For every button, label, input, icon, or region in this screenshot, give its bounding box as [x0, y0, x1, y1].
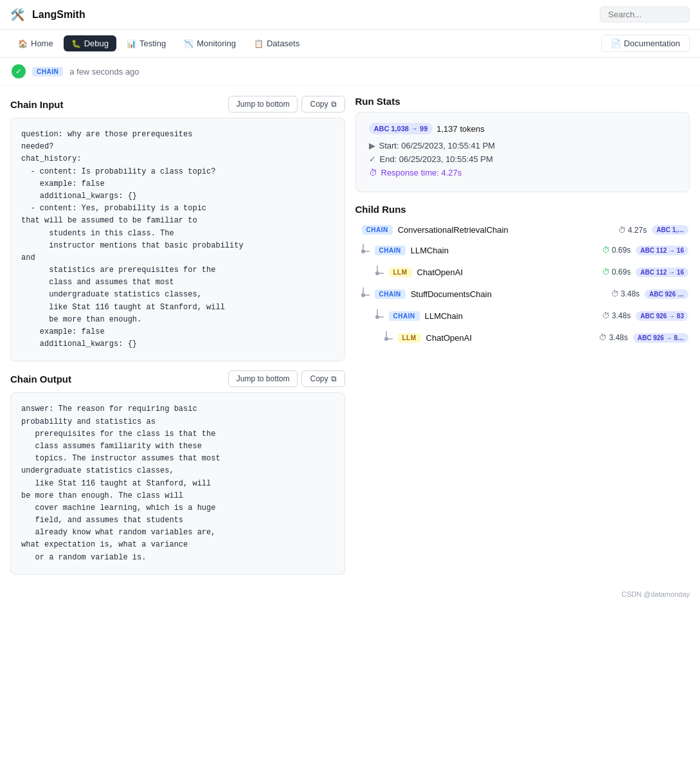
response-time-row: ⏱ Response time: 4.27s [369, 168, 677, 177]
nav-testing[interactable]: 📊 Testing [119, 35, 174, 51]
run-time-1: ⏱ 0.69s [602, 246, 631, 255]
svg-point-5 [375, 271, 379, 275]
end-icon: ✓ [369, 154, 376, 164]
start-icon: ▶ [369, 141, 375, 150]
run-tokens-4: ABC 926 → 83 [636, 311, 688, 321]
run-name-5: ChatOpenAI [426, 333, 595, 343]
doc-icon: 📄 [611, 39, 621, 48]
chain-output-header: Chain Output Jump to bottom Copy ⧉ [10, 370, 345, 387]
run-name-4: LLMChain [425, 311, 597, 321]
chain-input-copy-label: Copy [310, 100, 328, 109]
chain-input-title: Chain Input [10, 99, 64, 110]
footer: CSDN @datamonday [0, 585, 700, 603]
run-tokens-0: ABC 1,… [652, 225, 688, 235]
run-badge-3: CHAIN [375, 289, 406, 299]
token-count: 1,137 tokens [436, 124, 484, 134]
top-bar: 🛠️ LangSmith [0, 0, 700, 30]
nav-datasets[interactable]: 📋 Datasets [246, 35, 307, 51]
child-runs-title: Child Runs [355, 204, 690, 215]
nav-home[interactable]: 🏠 Home [10, 35, 61, 51]
run-badge-5: LLM [398, 333, 421, 343]
copy-icon: ⧉ [331, 100, 337, 109]
nav-testing-label: Testing [139, 39, 166, 48]
run-stats-title: Run Stats [355, 96, 400, 107]
chain-output-copy-button[interactable]: Copy ⧉ [301, 370, 345, 387]
app-title: LangSmith [32, 9, 595, 21]
nav-right: 📄 Documentation [601, 35, 690, 52]
chain-output-copy-label: Copy [310, 374, 328, 383]
end-time: End: 06/25/2023, 10:55:45 PM [380, 154, 493, 164]
run-row-3[interactable]: CHAIN StuffDocumentsChain ⏱ 3.48s ABC 92… [355, 285, 690, 303]
run-badge-2: LLM [389, 268, 412, 277]
run-time-2: ⏱ 0.69s [602, 268, 631, 277]
clock-icon: ⏱ [369, 168, 377, 177]
run-row-0[interactable]: CHAIN ConversationalRetrievalChain ⏱ 4.2… [355, 222, 690, 237]
run-name-3: StuffDocumentsChain [411, 289, 606, 299]
run-name-0: ConversationalRetrievalChain [398, 225, 613, 235]
chain-input-section: Chain Input Jump to bottom Copy ⧉ questi… [10, 96, 345, 361]
monitoring-icon: 📉 [184, 39, 193, 48]
run-tokens-1: ABC 112 → 16 [636, 246, 688, 255]
run-name-2: ChatOpenAI [417, 268, 597, 277]
copy-icon-2: ⧉ [331, 374, 337, 383]
start-time: Start: 06/25/2023, 10:55:41 PM [379, 141, 496, 150]
status-chain-badge: CHAIN [32, 67, 63, 77]
footer-credit-text: CSDN @datamonday [622, 590, 690, 598]
tree-connector-4 [371, 309, 384, 322]
status-bar: ✓ CHAIN a few seconds ago [0, 58, 700, 86]
chain-input-jump-button[interactable]: Jump to bottom [228, 96, 298, 113]
token-badge: ABC 1,038 → 99 [369, 123, 433, 134]
run-tokens-5: ABC 926 → 8… [633, 333, 688, 343]
svg-point-2 [361, 249, 365, 253]
chain-input-copy-button[interactable]: Copy ⧉ [301, 96, 345, 113]
response-time: Response time: 4.27s [381, 168, 462, 177]
status-time: a few seconds ago [69, 67, 139, 77]
right-column: Run Stats ABC 1,038 → 99 1,137 tokens ▶ … [355, 96, 690, 575]
chain-input-header: Chain Input Jump to bottom Copy ⧉ [10, 96, 345, 113]
child-runs-section: Child Runs CHAIN ConversationalRetrieval… [355, 204, 690, 347]
run-time-5: ⏱ 3.48s [599, 333, 627, 342]
run-tokens-2: ABC 112 → 16 [636, 268, 688, 277]
nav-monitoring[interactable]: 📉 Monitoring [176, 35, 244, 51]
app-logo: 🛠️ [10, 8, 24, 22]
nav-bar: 🏠 Home 🐛 Debug 📊 Testing 📉 Monitoring 📋 … [0, 30, 700, 58]
tree-connector-5 [380, 331, 393, 344]
tree-connector-3 [357, 287, 370, 300]
svg-point-14 [384, 337, 388, 341]
run-stats-box: ABC 1,038 → 99 1,137 tokens ▶ Start: 06/… [355, 112, 690, 192]
run-tokens-3: ABC 926 … [645, 289, 688, 299]
svg-point-8 [361, 293, 365, 297]
clock-icon-4: ⏱ [602, 311, 610, 320]
documentation-button[interactable]: 📄 Documentation [601, 35, 690, 52]
chain-output-jump-label: Jump to bottom [237, 374, 290, 383]
main-layout: Chain Input Jump to bottom Copy ⧉ questi… [0, 86, 700, 585]
search-input[interactable] [600, 6, 690, 23]
documentation-label: Documentation [624, 39, 680, 48]
debug-icon: 🐛 [71, 39, 81, 48]
run-time-4: ⏱ 3.48s [602, 311, 631, 320]
chain-output-title: Chain Output [10, 374, 71, 385]
run-row-2[interactable]: LLM ChatOpenAI ⏱ 0.69s ABC 112 → 16 [355, 263, 690, 281]
left-column: Chain Input Jump to bottom Copy ⧉ questi… [10, 96, 345, 575]
clock-icon-3: ⏱ [611, 289, 619, 298]
nav-debug-label: Debug [84, 39, 109, 48]
chain-output-content: answer: The reason for requiring basic p… [10, 392, 345, 574]
run-name-1: LLMChain [411, 246, 597, 255]
success-icon: ✓ [12, 64, 26, 78]
run-row-5[interactable]: LLM ChatOpenAI ⏱ 3.48s ABC 926 → 8… [355, 329, 690, 347]
run-row-4[interactable]: CHAIN LLMChain ⏱ 3.48s ABC 926 → 83 [355, 307, 690, 325]
child-runs-tree: CHAIN ConversationalRetrievalChain ⏱ 4.2… [355, 222, 690, 347]
run-time-0: ⏱ 4.27s [618, 226, 647, 235]
chain-output-jump-button[interactable]: Jump to bottom [228, 370, 298, 387]
clock-icon-2: ⏱ [602, 268, 610, 277]
tree-connector-1 [357, 244, 370, 257]
run-row-1[interactable]: CHAIN LLMChain ⏱ 0.69s ABC 112 → 16 [355, 241, 690, 259]
chain-input-jump-label: Jump to bottom [237, 100, 290, 109]
run-time-3: ⏱ 3.48s [611, 289, 640, 298]
nav-debug[interactable]: 🐛 Debug [64, 35, 116, 51]
testing-icon: 📊 [127, 39, 136, 48]
tree-connector-2 [371, 266, 384, 278]
run-badge-4: CHAIN [389, 311, 420, 321]
run-stats-header: Run Stats [355, 96, 690, 107]
chain-output-section: Chain Output Jump to bottom Copy ⧉ answe… [10, 370, 345, 574]
